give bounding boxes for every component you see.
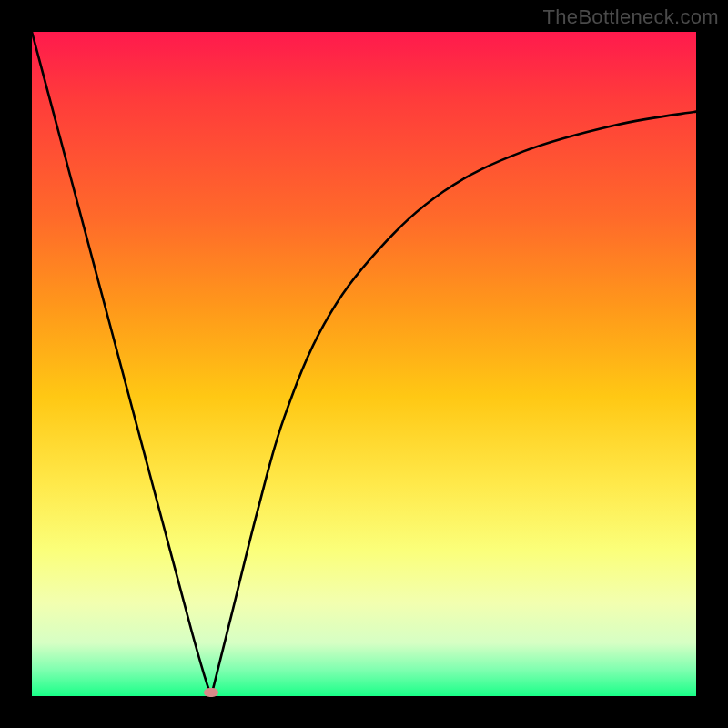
chart-frame: TheBottleneck.com bbox=[0, 0, 728, 728]
minimum-marker bbox=[204, 688, 218, 697]
watermark-text: TheBottleneck.com bbox=[543, 5, 719, 29]
plot-area bbox=[32, 32, 696, 696]
curve-left bbox=[32, 32, 211, 696]
curve-right bbox=[211, 112, 696, 696]
curve-svg bbox=[32, 32, 696, 696]
